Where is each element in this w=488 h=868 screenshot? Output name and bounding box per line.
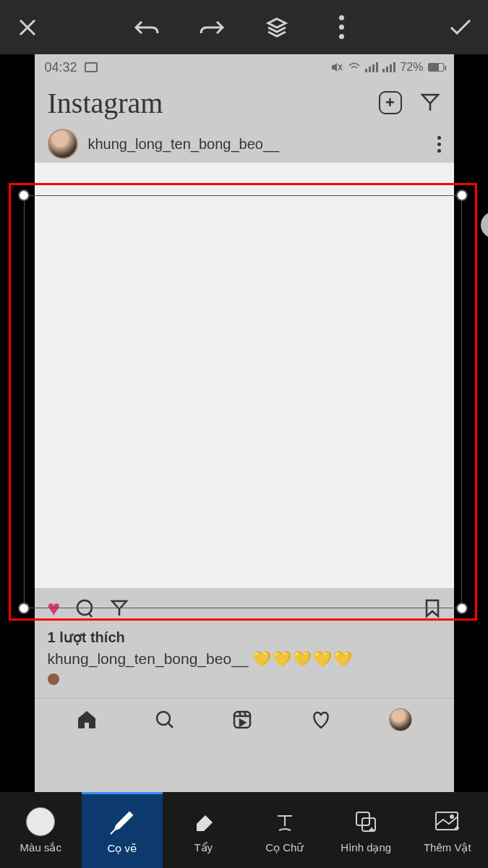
redo-icon (198, 17, 226, 38)
reels-icon (232, 710, 252, 730)
comment-avatar (48, 673, 59, 685)
svg-point-6 (450, 815, 453, 818)
share-icon (109, 598, 129, 618)
status-bar: 04:32 72% (35, 54, 454, 80)
instagram-screenshot: 04:32 72% Instagram + khung_long_ten_ (35, 54, 454, 792)
shape-icon (352, 808, 380, 835)
tool-label: Hình dạng (341, 841, 391, 854)
selection-handle-br[interactable] (456, 603, 468, 614)
caption-username: khung_long_ten_bong_beo__ (48, 650, 249, 667)
eraser-icon (189, 808, 217, 835)
tool-label: Tẩy (194, 841, 213, 854)
tool-color[interactable]: Màu sắc (0, 792, 82, 868)
editor-canvas[interactable]: 04:32 72% Instagram + khung_long_ten_ (0, 54, 488, 792)
undo-button[interactable] (132, 13, 161, 42)
layers-icon (265, 16, 288, 39)
tool-shape[interactable]: Hình dạng (325, 792, 407, 868)
image-plus-icon (433, 809, 462, 834)
bookmark-icon (424, 598, 441, 618)
selection-handle-bl[interactable] (18, 603, 30, 614)
profile-avatar (389, 708, 412, 731)
tool-eraser[interactable]: Tẩy (163, 792, 244, 868)
post-menu-icon (437, 136, 441, 153)
post-image (35, 163, 454, 588)
kebab-icon (339, 15, 344, 39)
side-handle[interactable] (481, 212, 488, 238)
battery-percent: 72% (400, 61, 423, 74)
selection-handle-tr[interactable] (456, 190, 468, 201)
tool-label: Màu sắc (20, 841, 61, 854)
color-circle-icon (26, 807, 55, 836)
post-meta: 1 lượt thích khung_long_ten_bong_beo__ 💛… (35, 629, 454, 698)
tool-label: Cọ vẽ (108, 842, 137, 855)
tool-brush[interactable]: Cọ vẽ (82, 792, 163, 868)
confirm-button[interactable] (446, 13, 475, 42)
check-icon (448, 17, 473, 38)
likes-count: 1 lượt thích (48, 629, 441, 646)
close-button[interactable] (13, 13, 42, 42)
post-header: khung_long_ten_bong_beo__ (35, 125, 454, 163)
tool-label: Cọ Chữ (265, 841, 304, 854)
tool-text-brush[interactable]: Cọ Chữ (244, 792, 326, 868)
instagram-logo: Instagram (48, 86, 163, 120)
instagram-bottom-nav (35, 698, 454, 740)
undo-icon (133, 17, 160, 38)
post-actions: ♥ (35, 588, 454, 629)
tool-label: Thêm Vật (424, 841, 471, 854)
svg-point-0 (77, 600, 92, 615)
redo-button[interactable] (197, 13, 226, 42)
signal-icon (365, 62, 378, 72)
mute-icon (330, 61, 343, 73)
post-caption: khung_long_ten_bong_beo__ 💛💛💛💛💛 (48, 650, 441, 668)
close-icon (17, 17, 38, 38)
messenger-icon (419, 92, 441, 114)
selection-handle-tl[interactable] (18, 190, 30, 201)
tool-add-object[interactable]: Thêm Vật (407, 792, 489, 868)
post-username: khung_long_ten_bong_beo__ (88, 136, 427, 153)
caption-emoji: 💛💛💛💛💛 (252, 650, 354, 667)
svg-point-1 (157, 712, 170, 725)
new-post-icon: + (379, 91, 402, 114)
comment-icon (74, 598, 95, 618)
avatar (48, 129, 78, 159)
editor-bottom-toolbar: Màu sắc Cọ vẽ Tẩy Cọ Chữ Hình dạng Thêm … (0, 792, 488, 868)
search-icon (155, 710, 175, 730)
editor-top-toolbar (0, 0, 488, 54)
status-time: 04:32 (45, 60, 77, 75)
brush-icon (108, 808, 137, 837)
like-icon: ♥ (48, 596, 61, 621)
signal-icon-2 (382, 62, 395, 72)
heart-icon (310, 710, 332, 730)
picture-indicator-icon (85, 62, 98, 72)
text-brush-icon (272, 809, 298, 835)
layers-button[interactable] (262, 13, 291, 42)
instagram-header: Instagram + (35, 80, 454, 125)
home-icon (76, 710, 98, 730)
battery-icon (428, 63, 444, 72)
svg-rect-5 (436, 812, 458, 830)
more-button[interactable] (328, 13, 356, 42)
wifi-icon (348, 62, 361, 72)
